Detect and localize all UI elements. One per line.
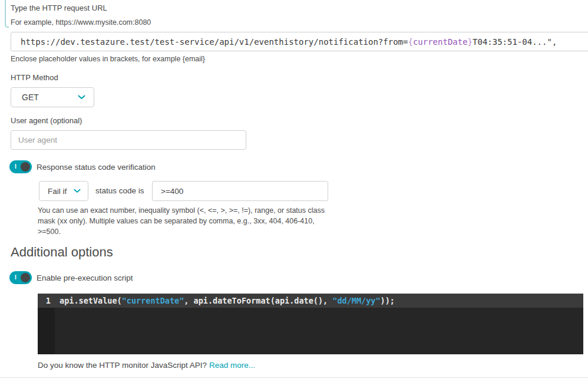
- code-plain: , api.dateToFormat(api.date(),: [184, 296, 332, 305]
- request-url-label: Type the HTTP request URL: [11, 4, 107, 12]
- line-number: 1: [38, 296, 55, 305]
- javascript-api-footer: Do you know the HTTP monitor JavaScript …: [38, 361, 255, 370]
- hint-line-1: You can use an exact number, inequality …: [38, 205, 344, 216]
- toggle-knob: [21, 162, 30, 172]
- user-agent-label: User agent (optional): [11, 116, 82, 125]
- editor-active-line: 1 api.setValue("currentDate", api.dateTo…: [38, 294, 583, 308]
- status-code-is-label: status code is: [95, 186, 144, 195]
- pre-execution-label: Enable pre-execution script: [37, 274, 133, 282]
- hint-line-2: mask (xx only). Multiple values can be s…: [38, 216, 344, 226]
- url-brace-close: }: [468, 37, 473, 47]
- code-string: "dd/MM/yy": [332, 296, 380, 305]
- bottom-divider: [0, 377, 588, 378]
- status-verification-toggle[interactable]: I: [9, 160, 32, 173]
- code-line: api.setValue("currentDate", api.dateToFo…: [55, 296, 395, 305]
- http-method-value: GET: [22, 93, 39, 102]
- chevron-down-icon: [74, 189, 81, 193]
- url-brace-open: {: [408, 37, 412, 47]
- fail-if-value: Fail if: [48, 187, 67, 196]
- toggle-knob: [21, 273, 30, 282]
- footer-text: Do you know the HTTP monitor JavaScript …: [38, 361, 209, 370]
- hint-line-3: >=500.: [38, 226, 344, 237]
- url-prefix: https://dev.testazure.test/test-service/…: [21, 37, 408, 47]
- code-string: "currentDate": [122, 296, 184, 305]
- http-method-label: HTTP Method: [11, 73, 58, 82]
- toggle-on-mark: I: [15, 163, 16, 170]
- status-code-hint: You can use an exact number, inequality …: [38, 205, 344, 237]
- pre-execution-script-editor[interactable]: 1 api.setValue("currentDate", api.dateTo…: [38, 294, 583, 354]
- section-bracket-decoration: [5, 0, 9, 28]
- http-method-dropdown[interactable]: GET: [11, 87, 94, 107]
- read-more-link[interactable]: Read more...: [209, 361, 255, 370]
- placeholder-hint: Enclose placeholder values in brackets, …: [11, 55, 205, 63]
- request-url-input[interactable]: https://dev.testazure.test/test-service/…: [11, 32, 588, 51]
- http-monitor-settings-panel: Type the HTTP request URL For example, h…: [0, 0, 588, 382]
- user-agent-input[interactable]: [11, 130, 246, 150]
- url-placeholder-token: currentDate: [413, 37, 468, 47]
- request-url-example: For example, https://www.mysite.com:8080: [11, 18, 151, 27]
- additional-options-heading: Additional options: [11, 245, 113, 260]
- status-code-input[interactable]: [152, 181, 328, 201]
- status-verification-label: Response status code verification: [37, 163, 156, 172]
- url-suffix: T04:35:51-04...",: [473, 37, 557, 47]
- code-plain: ));: [381, 296, 395, 305]
- chevron-down-icon: [78, 95, 85, 100]
- pre-execution-toggle[interactable]: I: [9, 271, 32, 284]
- fail-if-dropdown[interactable]: Fail if: [39, 181, 88, 201]
- toggle-on-mark: I: [15, 274, 16, 281]
- code-plain: api.setValue(: [60, 296, 122, 305]
